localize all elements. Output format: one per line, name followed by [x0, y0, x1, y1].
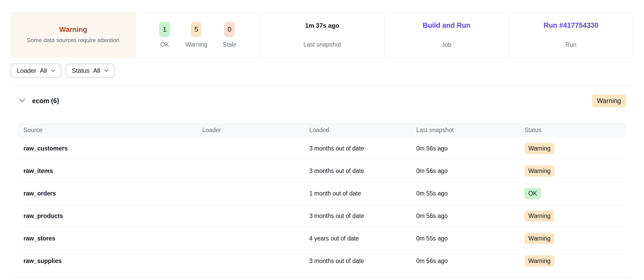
- run-link[interactable]: Run #417754330: [543, 21, 598, 30]
- column-header-source: Source: [18, 127, 202, 134]
- status-filter-label: Status: [72, 67, 89, 74]
- table-header-row: Source Loader Loaded Last snapshot Statu…: [18, 123, 626, 137]
- column-header-loaded: Loaded: [309, 127, 416, 134]
- source-name: raw_customers: [18, 145, 202, 152]
- status-summary-card: Warning Some data sources require attent…: [11, 12, 633, 58]
- last-snapshot-cell: 1m 37s ago Last snapshot: [260, 13, 384, 57]
- count-group: 0 Stale: [223, 22, 236, 48]
- status-filter-dropdown[interactable]: Status All: [66, 64, 114, 78]
- loader-filter-label: Loader: [17, 67, 36, 74]
- loaded-cell: 4 years out of date: [309, 235, 416, 242]
- count-group: 5 Warning: [185, 22, 208, 48]
- job-link[interactable]: Build and Run: [423, 21, 470, 30]
- status-badge: Warning: [525, 255, 555, 266]
- loaded-cell: 3 months out of date: [309, 167, 416, 175]
- last-snapshot-value: 1m 37s ago: [305, 22, 339, 29]
- overall-status-title: Warning: [59, 26, 87, 34]
- chevron-down-icon: [104, 69, 108, 72]
- source-name: raw_products: [18, 212, 202, 220]
- status-badge: Warning: [525, 143, 555, 154]
- count-pill: 0: [224, 22, 235, 37]
- status-cell: Warning: [525, 255, 626, 266]
- filters-bar: Loader All Status All: [11, 64, 633, 78]
- column-header-last-snapshot: Last snapshot: [416, 127, 525, 134]
- source-name: raw_orders: [18, 190, 202, 197]
- loaded-cell: 3 months out of date: [309, 145, 416, 152]
- source-name: raw_items: [18, 167, 202, 175]
- last-snapshot-cell: 0m 56s ago: [416, 257, 525, 265]
- overall-status-cell: Warning Some data sources require attent…: [11, 13, 135, 57]
- status-cell: Warning: [525, 233, 626, 244]
- loader-filter-value: All: [40, 67, 47, 74]
- group-status-badge: Warning: [592, 94, 626, 108]
- count-label: Warning: [185, 41, 208, 48]
- last-snapshot-cell: 0m 55s ago: [416, 190, 525, 197]
- last-snapshot-cell: 0m 56s ago: [416, 145, 525, 152]
- section-divider: [11, 85, 633, 85]
- table-row[interactable]: raw_items 3 months out of date 0m 56s ag…: [18, 160, 626, 182]
- count-pill: 1: [159, 22, 170, 37]
- group-collapse-toggle[interactable]: [18, 97, 26, 104]
- counts-row: 1 OK 5 Warning 0 Stale: [159, 22, 236, 48]
- group-header-ecom: ecom (6) Warning: [18, 93, 626, 109]
- counts-cell: 1 OK 5 Warning 0 Stale: [135, 13, 260, 57]
- status-filter-value: All: [93, 67, 100, 74]
- status-cell: OK: [525, 188, 626, 199]
- overall-status-subtitle: Some data sources require attention: [27, 36, 120, 44]
- page: Warning Some data sources require attent…: [0, 12, 644, 278]
- chevron-down-icon: [19, 98, 25, 103]
- bottom-divider: [11, 278, 633, 278]
- table-row[interactable]: raw_supplies 3 months out of date 0m 56s…: [18, 250, 626, 272]
- count-label: Stale: [223, 41, 236, 48]
- status-badge: Warning: [525, 233, 555, 244]
- loader-filter-dropdown[interactable]: Loader All: [11, 64, 61, 78]
- chevron-down-icon: [51, 69, 55, 72]
- job-label: Job: [442, 41, 451, 48]
- count-pill: 5: [191, 22, 202, 37]
- status-badge: Warning: [525, 165, 555, 176]
- loaded-cell: 3 months out of date: [309, 257, 416, 265]
- last-snapshot-label: Last snapshot: [303, 41, 341, 48]
- status-badge: OK: [525, 188, 541, 199]
- count-group: 1 OK: [159, 22, 170, 48]
- last-snapshot-cell: 0m 56s ago: [416, 167, 525, 175]
- count-label: OK: [160, 41, 169, 48]
- loaded-cell: 3 months out of date: [309, 212, 416, 220]
- table-body: raw_customers 3 months out of date 0m 56…: [18, 137, 626, 272]
- source-name: raw_supplies: [18, 257, 202, 265]
- table-row[interactable]: raw_orders 1 month out of date 0m 55s ag…: [18, 182, 626, 205]
- last-snapshot-cell: 0m 55s ago: [416, 235, 525, 242]
- sources-table: Source Loader Loaded Last snapshot Statu…: [18, 123, 626, 272]
- source-name: raw_stores: [18, 235, 202, 242]
- table-row[interactable]: raw_customers 3 months out of date 0m 56…: [18, 137, 626, 160]
- loaded-cell: 1 month out of date: [309, 190, 416, 197]
- group-name: ecom (6): [32, 97, 59, 105]
- run-label: Run: [565, 41, 576, 48]
- column-header-status: Status: [525, 127, 626, 134]
- status-cell: Warning: [525, 165, 626, 176]
- last-snapshot-cell: 0m 56s ago: [416, 212, 525, 220]
- column-header-loader: Loader: [202, 127, 309, 134]
- run-cell: Run #417754330 Run: [509, 13, 633, 57]
- status-badge: Warning: [525, 210, 555, 221]
- status-cell: Warning: [525, 143, 626, 154]
- table-row[interactable]: raw_products 3 months out of date 0m 56s…: [18, 205, 626, 227]
- status-cell: Warning: [525, 210, 626, 221]
- job-cell: Build and Run Job: [384, 13, 509, 57]
- table-row[interactable]: raw_stores 4 years out of date 0m 55s ag…: [18, 227, 626, 250]
